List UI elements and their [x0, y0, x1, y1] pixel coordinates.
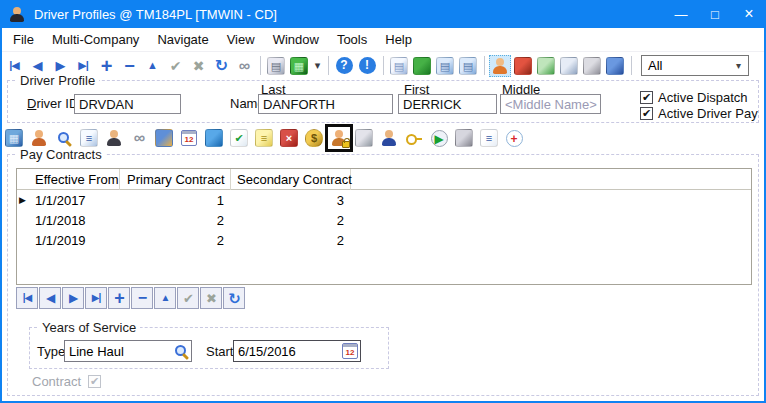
- driver-person-icon[interactable]: [28, 127, 50, 149]
- jug-glyph: [560, 57, 578, 75]
- green-book-icon[interactable]: [411, 55, 433, 77]
- help-glyph: ?: [336, 57, 353, 74]
- driver-id-input[interactable]: [74, 94, 181, 114]
- menu-item-tools[interactable]: Tools: [328, 29, 376, 50]
- menu-item-file[interactable]: File: [4, 29, 43, 50]
- record-filter-dropdown[interactable]: All ▾: [641, 55, 749, 76]
- courier-person-glyph: [105, 129, 123, 147]
- grid-refresh-button[interactable]: ↻: [223, 287, 245, 309]
- menu-item-help[interactable]: Help: [376, 29, 421, 50]
- refresh-icon[interactable]: ↻: [210, 55, 232, 77]
- menu-item-window[interactable]: Window: [264, 29, 328, 50]
- about-info-icon[interactable]: !: [356, 55, 378, 77]
- cell-secondary-contract[interactable]: 2: [231, 233, 351, 248]
- grid-move-up-button[interactable]: ▲: [154, 287, 176, 309]
- report-document-icon[interactable]: ▤: [388, 55, 410, 77]
- pay-spreadsheet-icon[interactable]: ▦: [3, 127, 25, 149]
- cell-primary-contract[interactable]: 2: [120, 213, 231, 228]
- screen-dropdown-icon[interactable]: ▾: [311, 55, 323, 77]
- grid-header-primary-contract[interactable]: Primary Contract: [120, 169, 231, 190]
- binoculars-find-icon[interactable]: ∞: [233, 55, 255, 77]
- first-aid-icon[interactable]: +: [503, 127, 525, 149]
- grid-header-secondary-contract[interactable]: Secondary Contract: [231, 169, 351, 190]
- cell-effective-from[interactable]: 1/1/2017: [27, 193, 120, 208]
- table-row[interactable]: 1/1/201822: [17, 210, 751, 230]
- service-type-field[interactable]: Line Haul: [64, 340, 192, 362]
- horseshoe-icon[interactable]: [581, 55, 603, 77]
- notepad-icon[interactable]: ≡: [253, 127, 275, 149]
- form-list-icon[interactable]: ≡: [478, 127, 500, 149]
- search-magnifier-icon[interactable]: [53, 127, 75, 149]
- driver-security-lock-icon[interactable]: [328, 127, 350, 149]
- terminal-screen-icon[interactable]: ▦: [288, 55, 310, 77]
- grid-cancel-button[interactable]: ✖: [200, 287, 222, 309]
- active-dispatch-checkbox[interactable]: ✔: [640, 91, 653, 104]
- last-name-input[interactable]: [258, 94, 393, 114]
- grid-header-effective-from[interactable]: Effective From: [27, 169, 120, 190]
- pay-transfer-icon[interactable]: [153, 127, 175, 149]
- courier-person-icon[interactable]: [103, 127, 125, 149]
- carrier-truck-icon[interactable]: [604, 55, 626, 77]
- jug-icon[interactable]: [558, 55, 580, 77]
- handcuffs-icon[interactable]: ∞: [128, 127, 150, 149]
- service-type-lookup-button[interactable]: [171, 343, 191, 360]
- key-icon[interactable]: [403, 127, 425, 149]
- trailer-plate-icon[interactable]: [535, 55, 557, 77]
- cell-primary-contract[interactable]: 1: [120, 193, 231, 208]
- pay-contracts-grid[interactable]: Effective From Primary Contract Secondar…: [16, 168, 752, 285]
- toolbar-separator: [383, 56, 384, 75]
- minimize-button[interactable]: —: [664, 0, 698, 28]
- phone-icon[interactable]: [353, 127, 375, 149]
- grid-save-button[interactable]: ✔: [177, 287, 199, 309]
- tractor-truck-icon[interactable]: [512, 55, 534, 77]
- profile-card-1-icon[interactable]: ▤: [434, 55, 456, 77]
- active-driver-pay-checkbox-row[interactable]: ✔ Active Driver Pay: [640, 106, 758, 121]
- menu-item-multi-company[interactable]: Multi-Company: [43, 29, 148, 50]
- table-row[interactable]: 1/1/201922: [17, 230, 751, 250]
- app-window: Driver Profiles @ TM184PL [TMWIN - CD] —…: [0, 0, 766, 403]
- help-icon[interactable]: ?: [333, 55, 355, 77]
- print-icon[interactable]: ▤: [265, 55, 287, 77]
- cell-secondary-contract[interactable]: 3: [231, 193, 351, 208]
- police-person-icon[interactable]: [378, 127, 400, 149]
- driver-profile-icon[interactable]: [489, 55, 511, 77]
- grid-prev-record-button[interactable]: ◀: [39, 287, 61, 309]
- menu-item-navigate[interactable]: Navigate: [148, 29, 217, 50]
- profile-card-2-icon[interactable]: ▤: [457, 55, 479, 77]
- cancel-edit-icon[interactable]: ✖: [187, 55, 209, 77]
- middle-name-input[interactable]: [500, 94, 601, 114]
- grid-add-record-button[interactable]: +: [108, 287, 130, 309]
- menu-item-view[interactable]: View: [218, 29, 264, 50]
- bucket-icon[interactable]: [203, 127, 225, 149]
- move-up-icon[interactable]: ▲: [141, 55, 163, 77]
- grid-delete-record-button[interactable]: −: [131, 287, 153, 309]
- active-dispatch-checkbox-row[interactable]: ✔ Active Dispatch: [640, 90, 748, 105]
- calendar-12-icon[interactable]: 12: [178, 127, 200, 149]
- close-button[interactable]: ×: [732, 0, 766, 28]
- trip-notes-icon[interactable]: ≡: [78, 127, 100, 149]
- maximize-button[interactable]: □: [698, 0, 732, 28]
- active-driver-pay-checkbox[interactable]: ✔: [640, 107, 653, 120]
- cell-effective-from[interactable]: 1/1/2019: [27, 233, 120, 248]
- grid-last-record-button[interactable]: ▶|: [85, 287, 107, 309]
- service-start-field[interactable]: 6/15/2016 12: [233, 340, 361, 362]
- key-glyph: [405, 129, 423, 147]
- cell-primary-contract[interactable]: 2: [120, 233, 231, 248]
- cell-effective-from[interactable]: 1/1/2018: [27, 213, 120, 228]
- money-bag-icon[interactable]: $: [303, 127, 325, 149]
- network-tree-icon[interactable]: ×: [278, 127, 300, 149]
- save-record-icon[interactable]: ✔: [164, 55, 186, 77]
- service-start-calendar-button[interactable]: 12: [340, 343, 360, 359]
- document-check-icon[interactable]: ✔: [228, 127, 250, 149]
- gauge-play-icon[interactable]: ▶: [428, 127, 450, 149]
- delete-record-icon[interactable]: −: [118, 55, 140, 77]
- wrench-icon[interactable]: [453, 127, 475, 149]
- first-name-input[interactable]: [398, 94, 497, 114]
- money-bag-glyph: $: [305, 129, 323, 147]
- grid-first-record-button[interactable]: |◀: [16, 287, 38, 309]
- cell-secondary-contract[interactable]: 2: [231, 213, 351, 228]
- table-row[interactable]: ▶1/1/201713: [17, 190, 751, 210]
- refresh-glyph: ↻: [215, 58, 227, 74]
- police-person-glyph: [380, 129, 398, 147]
- grid-next-record-button[interactable]: ▶: [62, 287, 84, 309]
